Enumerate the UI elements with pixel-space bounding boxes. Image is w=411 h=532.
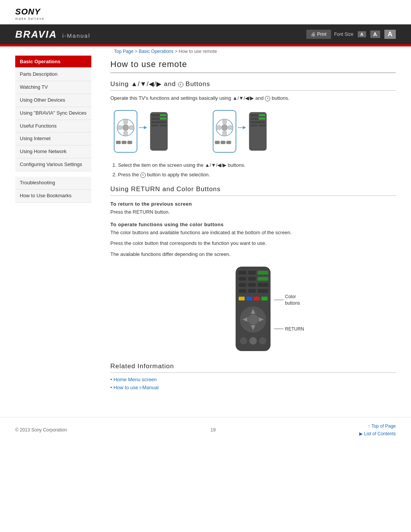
color-remote-svg: [215, 266, 291, 354]
remote-image-2: [209, 109, 270, 155]
breadcrumb-current: How to use remote: [178, 49, 217, 54]
subsection1-text: Press the RETURN button.: [110, 208, 396, 216]
footer-page-number: 19: [210, 427, 215, 433]
svg-rect-50: [258, 289, 268, 293]
svg-rect-45: [239, 283, 246, 287]
svg-rect-5: [117, 126, 122, 129]
svg-rect-7: [116, 141, 121, 144]
svg-rect-25: [228, 126, 233, 129]
sidebar-item-using-other-devices[interactable]: Using Other Devices: [15, 94, 91, 107]
step-2: Press the + button to apply the selectio…: [118, 171, 396, 179]
svg-point-2: [123, 125, 129, 131]
svg-rect-41: [258, 271, 268, 275]
subsection2-text2: Press the color button that corresponds …: [110, 240, 396, 248]
sidebar-section-header: Basic Operations: [15, 56, 91, 67]
related-link-1[interactable]: Home Menu screen: [110, 377, 396, 382]
subsection1-title: To return to the previous screen: [110, 201, 396, 207]
color-buttons-label: Colorbuttons: [274, 294, 300, 307]
home-menu-link[interactable]: Home Menu screen: [113, 377, 156, 382]
svg-rect-34: [250, 125, 257, 126]
svg-rect-24: [216, 126, 221, 129]
svg-rect-40: [248, 271, 256, 275]
svg-rect-33: [250, 121, 265, 123]
return-label: RETURN: [274, 326, 304, 332]
sidebar-item-troubleshooting[interactable]: Troubleshooting: [15, 177, 91, 190]
print-icon: 🖨: [311, 32, 315, 37]
section1-title: Using ▲/▼/◀/▶ and + Buttons: [110, 80, 396, 91]
list-of-contents-link[interactable]: List of Contents: [359, 431, 396, 436]
imanual-label: i-Manual: [62, 32, 91, 39]
footer: © 2013 Sony Corporation 19 Top of Page L…: [0, 417, 411, 443]
svg-rect-27: [221, 141, 225, 144]
remote-svg-2: [209, 109, 270, 154]
svg-rect-28: [226, 141, 231, 144]
svg-rect-36: [259, 114, 265, 116]
main-layout: Basic Operations Parts Description Watch…: [0, 56, 411, 409]
top-bar-controls: 🖨 Print Font Size A A A: [306, 30, 396, 39]
sidebar-item-bookmarks[interactable]: How to Use Bookmarks: [15, 190, 91, 203]
font-large-button[interactable]: A: [384, 30, 396, 39]
imanual-link[interactable]: How to use i-Manual: [113, 385, 159, 390]
remote-image-1: [110, 109, 171, 155]
font-small-button[interactable]: A: [358, 31, 366, 37]
svg-rect-44: [258, 277, 268, 281]
svg-rect-17: [160, 114, 166, 116]
svg-rect-53: [254, 297, 260, 300]
font-size-label: Font Size: [334, 32, 354, 37]
svg-rect-14: [151, 121, 166, 123]
breadcrumb-top-page[interactable]: Top Page: [114, 49, 134, 54]
breadcrumb-sep2: >: [175, 49, 178, 54]
svg-rect-51: [239, 297, 245, 300]
svg-rect-9: [127, 141, 132, 144]
sidebar-divider: [15, 171, 91, 177]
header: SONY make.believe: [0, 0, 411, 24]
sidebar-item-watching-tv[interactable]: Watching TV: [15, 81, 91, 94]
subsection2-text1: The color buttons and available function…: [110, 229, 396, 237]
svg-rect-6: [129, 126, 134, 129]
breadcrumb-basic-ops[interactable]: Basic Operations: [139, 49, 173, 54]
top-of-page-link[interactable]: Top of Page: [368, 423, 396, 429]
svg-point-61: [240, 337, 247, 345]
svg-rect-52: [246, 297, 252, 300]
sidebar-item-configuring[interactable]: Configuring Various Settings: [15, 158, 91, 171]
step-1: Select the item on the screen using the …: [118, 161, 396, 169]
sidebar-item-home-network[interactable]: Using Home Network: [15, 145, 91, 158]
footer-right: Top of Page List of Contents: [359, 423, 396, 436]
svg-rect-42: [239, 277, 246, 281]
bravia-brand: BRAVIA: [15, 29, 57, 40]
svg-rect-3: [124, 119, 127, 124]
font-medium-button[interactable]: A: [370, 30, 380, 38]
related-links-list: Home Menu screen How to use i-Manual: [110, 377, 396, 390]
sidebar-item-using-internet[interactable]: Using Internet: [15, 133, 91, 145]
sidebar-item-useful-functions[interactable]: Useful Functions: [15, 120, 91, 133]
svg-rect-48: [239, 289, 246, 293]
sidebar-item-bravia-sync[interactable]: Using "BRAVIA" Sync Devices: [15, 107, 91, 120]
svg-rect-15: [151, 125, 158, 126]
subsection2-text3: The available functions differ depending…: [110, 251, 396, 259]
sidebar-item-parts-description[interactable]: Parts Description: [15, 68, 91, 81]
svg-rect-35: [259, 125, 266, 126]
bravia-title: BRAVIA i-Manual: [15, 29, 90, 40]
svg-rect-16: [160, 125, 167, 126]
content-area: How to use remote Using ▲/▼/◀/▶ and + Bu…: [99, 56, 396, 409]
breadcrumb-sep1: >: [135, 49, 139, 54]
page-title: How to use remote: [110, 56, 396, 73]
svg-rect-47: [258, 283, 268, 287]
circle-icon2: +: [265, 96, 270, 101]
sidebar: Basic Operations Parts Description Watch…: [15, 56, 99, 409]
print-button[interactable]: 🖨 Print: [306, 30, 331, 39]
section2-title: Using RETURN and Color Buttons: [110, 185, 396, 196]
circle-icon: +: [178, 82, 183, 87]
breadcrumb: Top Page > Basic Operations > How to use…: [0, 46, 411, 56]
subsection2-title: To operate functions using the color but…: [110, 222, 396, 227]
section3-title: Related Information: [110, 363, 396, 373]
svg-point-63: [259, 337, 266, 345]
svg-rect-18: [160, 118, 166, 120]
steps-list: Select the item on the screen using the …: [118, 161, 396, 179]
section1-intro: Operate this TV's functions and settings…: [110, 94, 396, 102]
related-link-2[interactable]: How to use i-Manual: [110, 385, 396, 390]
svg-rect-49: [248, 289, 256, 293]
color-remote-wrapper: Colorbuttons RETURN: [215, 266, 291, 355]
remote-images-row: [110, 109, 396, 155]
circle-icon3: +: [140, 173, 146, 178]
